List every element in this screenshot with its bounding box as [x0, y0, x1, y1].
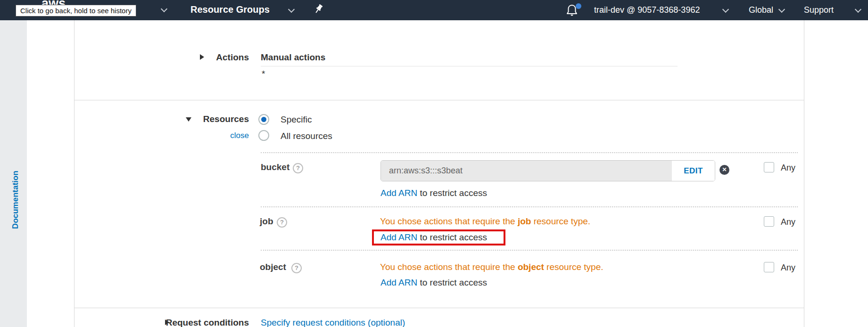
specify-request-conditions-link[interactable]: Specify request conditions (optional): [261, 318, 405, 327]
remove-arn-icon[interactable]: ✕: [719, 165, 729, 175]
job-add-arn-line: Add ARN to restrict access: [380, 232, 487, 243]
notification-badge-dot: [576, 3, 581, 9]
add-arn-link[interactable]: Add ARN: [380, 232, 417, 242]
edit-arn-button[interactable]: EDIT: [672, 161, 715, 181]
row-divider: [261, 206, 798, 207]
section-divider: [74, 100, 804, 100]
bucket-any-checkbox[interactable]: [764, 162, 774, 172]
close-link[interactable]: close: [156, 131, 249, 140]
resources-section-label[interactable]: Resources: [156, 114, 249, 124]
back-history-tooltip: Click to go back, hold to see history: [16, 5, 136, 16]
actions-wildcard-value: *: [262, 69, 265, 79]
bucket-arn-value[interactable]: arn:aws:s3:::s3beat: [381, 161, 672, 181]
aws-console-screen: aws Click to go back, hold to see histor…: [0, 0, 868, 327]
object-warning-text: You chose actions that require the objec…: [380, 262, 603, 272]
job-warning-text: You chose actions that require the job r…: [380, 216, 590, 227]
add-arn-suffix: to restrict access: [417, 188, 487, 198]
warning-resource-type: job: [518, 216, 531, 226]
resource-groups-menu[interactable]: Resource Groups: [190, 4, 270, 15]
help-icon[interactable]: ?: [277, 217, 287, 228]
help-icon[interactable]: ?: [293, 163, 303, 173]
documentation-link[interactable]: Documentation: [11, 162, 20, 237]
add-arn-link[interactable]: Add ARN: [380, 188, 417, 198]
bucket-any-label[interactable]: Any: [781, 163, 795, 173]
panel-left-border: [74, 20, 74, 327]
object-row-label: object: [260, 262, 286, 272]
object-any-checkbox[interactable]: [764, 262, 774, 272]
pin-icon[interactable]: [313, 4, 324, 18]
bucket-arn-field-group: arn:aws:s3:::s3beat EDIT: [380, 160, 715, 181]
region-menu[interactable]: Global: [749, 5, 773, 15]
manual-actions-header: Manual actions: [261, 52, 325, 63]
help-icon[interactable]: ?: [291, 263, 302, 273]
actions-section-label[interactable]: Actions: [156, 52, 249, 63]
object-any-label[interactable]: Any: [781, 263, 795, 273]
header-underline: [261, 66, 678, 66]
job-row-label: job: [260, 216, 273, 227]
bucket-add-arn-line: Add ARN to restrict access: [380, 188, 487, 198]
add-arn-link[interactable]: Add ARN: [380, 278, 417, 287]
add-arn-suffix: to restrict access: [417, 232, 487, 242]
warning-suffix: resource type.: [531, 216, 590, 226]
warning-resource-type: object: [518, 262, 544, 272]
job-any-label[interactable]: Any: [781, 217, 795, 227]
warning-prefix: You chose actions that require the: [380, 216, 518, 226]
add-arn-suffix: to restrict access: [417, 278, 487, 287]
all-resources-radio[interactable]: [258, 130, 269, 141]
account-menu[interactable]: trail-dev @ 9057-8368-3962: [594, 5, 700, 15]
bucket-row-label: bucket: [261, 162, 289, 172]
specific-radio[interactable]: [258, 114, 269, 125]
row-divider: [261, 152, 798, 153]
section-divider: [74, 308, 804, 308]
row-divider: [261, 250, 798, 251]
warning-prefix: You chose actions that require the: [380, 262, 518, 272]
job-any-checkbox[interactable]: [764, 216, 774, 227]
warning-suffix: resource type.: [544, 262, 603, 272]
request-conditions-label[interactable]: Request conditions: [156, 318, 249, 327]
support-menu[interactable]: Support: [804, 5, 834, 15]
panel-right-border: [804, 20, 804, 327]
specific-radio-label[interactable]: Specific: [281, 114, 312, 125]
object-add-arn-line: Add ARN to restrict access: [380, 278, 487, 288]
all-resources-radio-label[interactable]: All resources: [281, 131, 332, 141]
